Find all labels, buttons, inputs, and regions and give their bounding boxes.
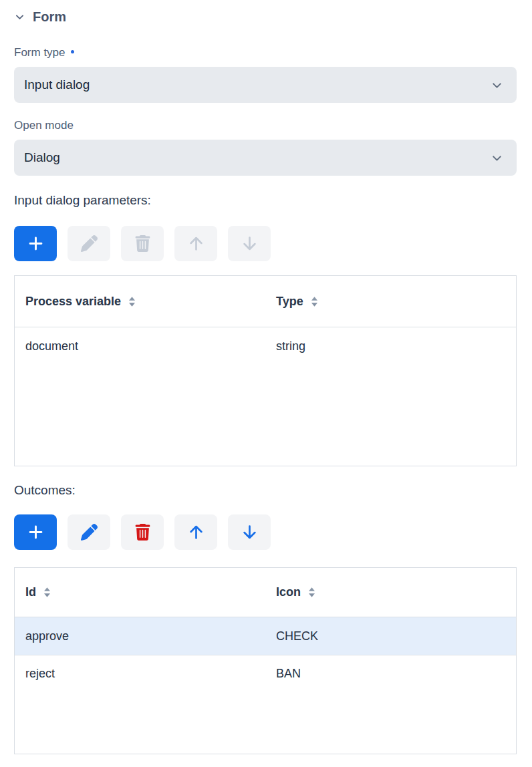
- cell-icon: CHECK: [265, 629, 516, 643]
- sort-icon: [128, 296, 136, 307]
- trash-icon: [135, 524, 150, 541]
- pencil-icon: [81, 524, 98, 541]
- chevron-down-icon: [490, 151, 504, 165]
- parameters-toolbar: [14, 226, 517, 261]
- form-type-label: Form type: [14, 45, 517, 60]
- form-type-select-value: Input dialog: [24, 78, 90, 92]
- edit-button: [68, 226, 110, 261]
- plus-icon: [27, 235, 45, 253]
- arrow-up-icon: [187, 523, 205, 541]
- move-down-button[interactable]: [228, 514, 271, 550]
- open-mode-label: Open mode: [14, 118, 517, 133]
- trash-icon: [135, 235, 150, 252]
- add-button[interactable]: [14, 226, 57, 261]
- form-type-label-text: Form type: [14, 46, 65, 59]
- open-mode-label-text: Open mode: [14, 119, 74, 132]
- chevron-down-icon: [14, 11, 25, 23]
- section-title: Form: [33, 9, 66, 25]
- column-header-icon[interactable]: Icon: [265, 585, 516, 599]
- column-header-type[interactable]: Type: [265, 295, 516, 309]
- parameters-table: Process variable Type document string: [14, 275, 517, 466]
- form-properties-panel: Form Form type Input dialog Open mode Di…: [0, 0, 532, 754]
- move-down-button: [228, 226, 271, 261]
- pencil-icon: [81, 235, 98, 252]
- outcomes-table-row[interactable]: approve CHECK: [15, 617, 516, 655]
- column-header-id[interactable]: Id: [15, 585, 265, 599]
- sort-icon: [307, 587, 316, 598]
- parameters-label: Input dialog parameters:: [14, 193, 517, 209]
- move-up-button: [174, 226, 217, 261]
- cell-id: reject: [15, 667, 265, 681]
- delete-button: [121, 226, 164, 261]
- arrow-down-icon: [241, 235, 259, 253]
- cell-id: approve: [15, 629, 265, 643]
- outcomes-label: Outcomes:: [14, 483, 517, 499]
- outcomes-table-row[interactable]: reject BAN: [15, 655, 516, 692]
- open-mode-select[interactable]: Dialog: [14, 140, 517, 176]
- column-header-process-variable[interactable]: Process variable: [15, 295, 265, 309]
- outcomes-toolbar: [14, 514, 517, 550]
- arrow-down-icon: [241, 523, 259, 541]
- required-dot: [71, 50, 74, 53]
- delete-button[interactable]: [121, 514, 164, 550]
- plus-icon: [27, 523, 45, 541]
- arrow-up-icon: [187, 235, 205, 253]
- cell-process-variable: document: [15, 339, 265, 353]
- form-section-header[interactable]: Form: [14, 8, 517, 25]
- form-type-select[interactable]: Input dialog: [14, 67, 517, 103]
- parameters-table-row[interactable]: document string: [15, 327, 516, 365]
- open-mode-select-value: Dialog: [24, 150, 60, 165]
- parameters-table-header: Process variable Type: [15, 276, 516, 327]
- cell-type: string: [265, 339, 516, 353]
- edit-button[interactable]: [68, 514, 110, 550]
- chevron-down-icon: [490, 78, 504, 92]
- cell-icon: BAN: [265, 667, 516, 681]
- add-button[interactable]: [14, 514, 57, 550]
- outcomes-table-header: Id Icon: [15, 568, 516, 617]
- sort-icon: [43, 587, 51, 598]
- move-up-button[interactable]: [174, 514, 217, 550]
- outcomes-table: Id Icon approve CHECK reject BAN: [14, 567, 517, 754]
- sort-icon: [310, 296, 319, 307]
